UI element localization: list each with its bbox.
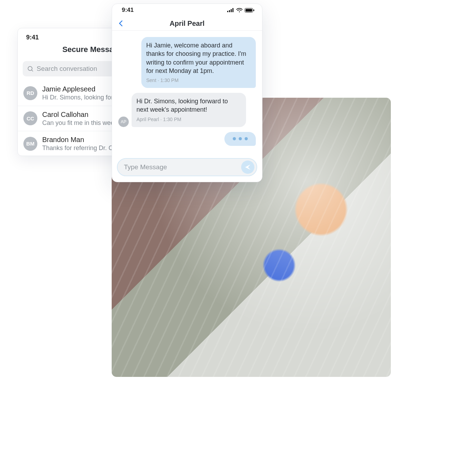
chevron-left-icon: [117, 20, 125, 27]
svg-rect-5: [232, 8, 233, 12]
chat-panel: 9:41: [112, 3, 262, 182]
avatar: BM: [23, 137, 37, 151]
typing-bubble: [224, 132, 256, 146]
svg-rect-4: [231, 9, 232, 12]
back-button[interactable]: [116, 18, 126, 28]
battery-icon: [245, 8, 254, 13]
message-bubble: Hi Jamie, welcome aboard and thanks for …: [141, 37, 256, 88]
svg-rect-2: [227, 11, 228, 12]
conversation-name: Carol Callohan: [42, 110, 121, 119]
message-text: Hi Dr. Simons, looking forward to next w…: [136, 97, 241, 114]
avatar: AP: [118, 117, 129, 127]
typing-indicator: [118, 132, 256, 146]
message-text: Hi Jamie, welcome aboard and thanks for …: [146, 41, 251, 75]
cellular-icon: [227, 8, 234, 12]
send-icon: [244, 164, 251, 171]
chat-header: April Pearl: [112, 16, 262, 31]
svg-rect-8: [253, 9, 254, 11]
wifi-icon: [236, 8, 243, 13]
send-button[interactable]: [241, 161, 254, 174]
svg-rect-7: [246, 9, 252, 12]
status-bar-time: 9:41: [122, 7, 134, 14]
message-incoming: APHi Dr. Simons, looking forward to next…: [118, 93, 256, 127]
svg-point-0: [28, 66, 32, 70]
message-meta: Sent · 1:30 PM: [146, 77, 251, 84]
status-bar-time: 9:41: [26, 34, 39, 41]
avatar: CC: [23, 111, 37, 125]
message-meta: April Pearl · 1:30 PM: [136, 116, 241, 123]
message-outgoing: Hi Jamie, welcome aboard and thanks for …: [118, 37, 256, 88]
composer-placeholder: Type Message: [124, 163, 241, 171]
status-bar: 9:41: [112, 4, 262, 16]
search-icon: [27, 65, 34, 72]
message-bubble: Hi Dr. Simons, looking forward to next w…: [132, 93, 246, 127]
message-composer[interactable]: Type Message: [117, 158, 257, 176]
avatar: RD: [23, 86, 37, 100]
chat-contact-name: April Pearl: [170, 20, 204, 28]
svg-rect-3: [229, 10, 230, 12]
svg-line-1: [32, 70, 33, 72]
conversation-preview: Can you fit me in this week?: [42, 119, 121, 127]
search-placeholder: Search conversation: [37, 65, 97, 73]
